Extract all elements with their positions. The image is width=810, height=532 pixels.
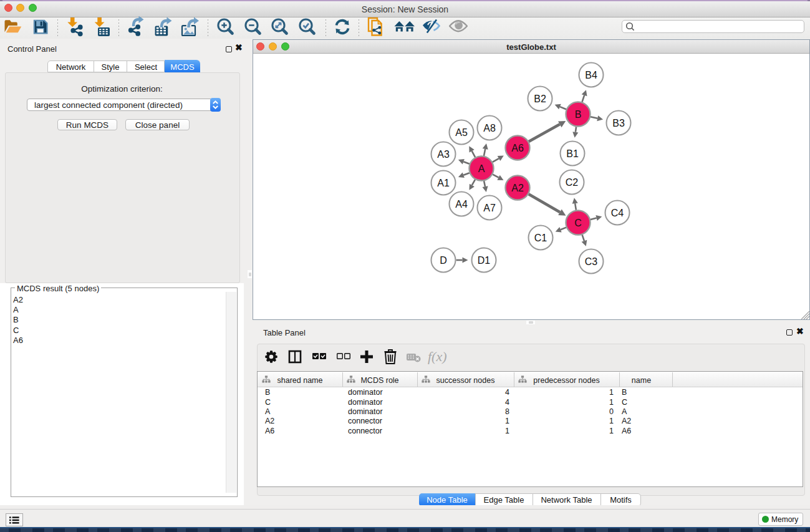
svg-text:A5: A5: [455, 127, 468, 138]
svg-text:C2: C2: [566, 177, 579, 188]
svg-text:A3: A3: [437, 149, 450, 160]
svg-text:A7: A7: [483, 203, 496, 213]
svg-text:A2: A2: [511, 183, 524, 193]
svg-text:A: A: [478, 163, 485, 174]
svg-text:A8: A8: [483, 123, 496, 133]
svg-text:A4: A4: [455, 199, 468, 210]
svg-text:C4: C4: [611, 208, 624, 218]
svg-text:B3: B3: [612, 118, 625, 128]
svg-text:A1: A1: [437, 178, 450, 188]
svg-text:C: C: [574, 218, 582, 228]
svg-text:B2: B2: [534, 94, 546, 104]
svg-text:B4: B4: [585, 70, 597, 80]
svg-text:B1: B1: [566, 148, 579, 159]
svg-text:C3: C3: [585, 256, 598, 267]
svg-text:B: B: [575, 109, 582, 120]
svg-text:A6: A6: [511, 143, 524, 153]
svg-text:D: D: [440, 255, 447, 266]
svg-text:C1: C1: [534, 233, 547, 243]
svg-text:D1: D1: [478, 255, 491, 266]
